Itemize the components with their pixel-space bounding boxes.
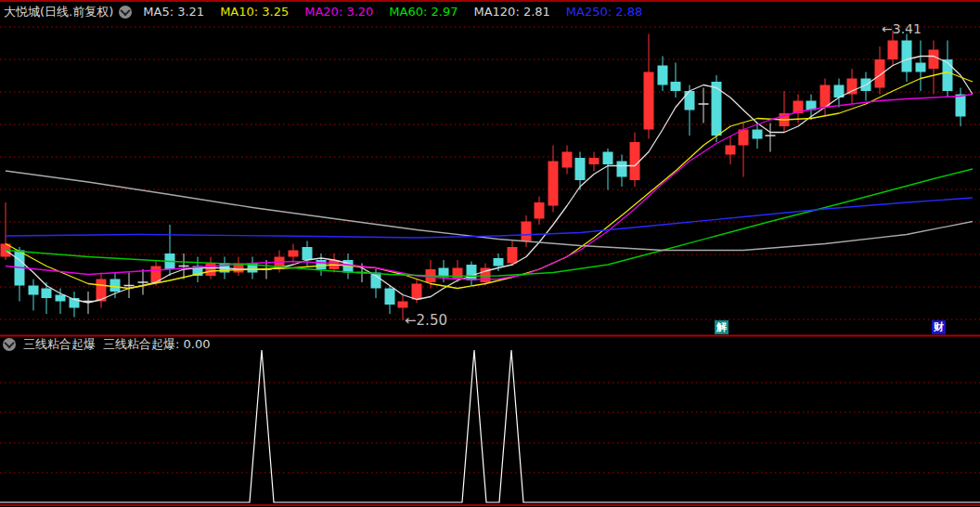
candle-body[interactable] xyxy=(685,91,695,110)
candle-doji[interactable] xyxy=(766,135,776,136)
candle-body[interactable] xyxy=(289,251,299,257)
candle-body[interactable] xyxy=(875,59,885,88)
candle-body[interactable] xyxy=(630,142,640,180)
candle-body[interactable] xyxy=(494,258,504,266)
candle-body[interactable] xyxy=(453,268,463,280)
candle-wick xyxy=(703,88,704,124)
candle-body[interactable] xyxy=(916,63,926,72)
candle-body[interactable] xyxy=(617,162,627,177)
candle-wick xyxy=(770,124,771,152)
candle-body[interactable] xyxy=(575,158,586,180)
candle-body[interactable] xyxy=(385,289,395,306)
candle-body[interactable] xyxy=(206,264,216,277)
candle-body[interactable] xyxy=(412,284,422,300)
candle-body[interactable] xyxy=(671,82,681,91)
ma-line-MA250 xyxy=(6,198,973,238)
window-bottom-border xyxy=(0,504,980,506)
candle-body[interactable] xyxy=(902,41,912,72)
indicator-name: 三线粘合起爆 xyxy=(23,336,96,353)
candle-body[interactable] xyxy=(110,280,121,292)
candle-body[interactable] xyxy=(726,146,736,155)
candle-body[interactable] xyxy=(522,222,532,241)
ma-line-MA120 xyxy=(6,171,973,251)
candle-body[interactable] xyxy=(562,152,573,168)
tdx-chart-window: 大悦城(日线.前复权) MA5: 3.21MA10: 3.25MA20: 3.2… xyxy=(0,0,980,507)
price-high-annotation: ←3.41 xyxy=(882,21,922,36)
indicator-panel-header: 三线粘合起爆 三线粘合起爆: 0.00 xyxy=(0,337,210,352)
candle-body[interactable] xyxy=(303,247,313,260)
event-flag-marker-1[interactable]: 解 xyxy=(715,320,729,334)
candle-body[interactable] xyxy=(658,66,668,85)
candle-body[interactable] xyxy=(398,302,408,308)
candle-body[interactable] xyxy=(929,50,939,70)
chevron-down-icon[interactable] xyxy=(3,338,16,351)
chart-canvas[interactable]: ←2.50←3.41 xyxy=(0,0,980,507)
price-low-annotation: ←2.50 xyxy=(405,312,447,329)
candle-body[interactable] xyxy=(644,72,654,130)
candle-body[interactable] xyxy=(888,41,898,60)
candle-body[interactable] xyxy=(956,95,966,117)
candle-body[interactable] xyxy=(535,202,545,219)
candle-doji[interactable] xyxy=(179,266,189,267)
candle-body[interactable] xyxy=(42,289,52,299)
candle-doji[interactable] xyxy=(124,285,135,287)
candle-body[interactable] xyxy=(753,130,763,139)
candle-body[interactable] xyxy=(548,162,559,206)
candle-doji[interactable] xyxy=(138,281,148,283)
candle-body[interactable] xyxy=(467,265,477,280)
indicator-signal-line xyxy=(0,350,980,502)
indicator-value-label: 三线粘合起爆: 0.00 xyxy=(103,336,210,353)
candle-body[interactable] xyxy=(29,286,39,295)
candle-body[interactable] xyxy=(508,247,518,264)
candle-wick xyxy=(676,63,677,98)
candle-body[interactable] xyxy=(371,273,381,289)
candle-body[interactable] xyxy=(943,59,953,91)
ma-line-MA60 xyxy=(6,169,973,277)
candle-body[interactable] xyxy=(316,260,327,269)
candle-body[interactable] xyxy=(589,158,600,164)
ma-line-MA20 xyxy=(6,95,973,280)
candle-body[interactable] xyxy=(56,295,66,302)
candle-body[interactable] xyxy=(847,79,858,95)
candle-doji[interactable] xyxy=(699,103,709,105)
candle-body[interactable] xyxy=(603,152,613,165)
candle-body[interactable] xyxy=(820,85,831,108)
event-flag-marker-2[interactable]: 财 xyxy=(932,320,946,334)
